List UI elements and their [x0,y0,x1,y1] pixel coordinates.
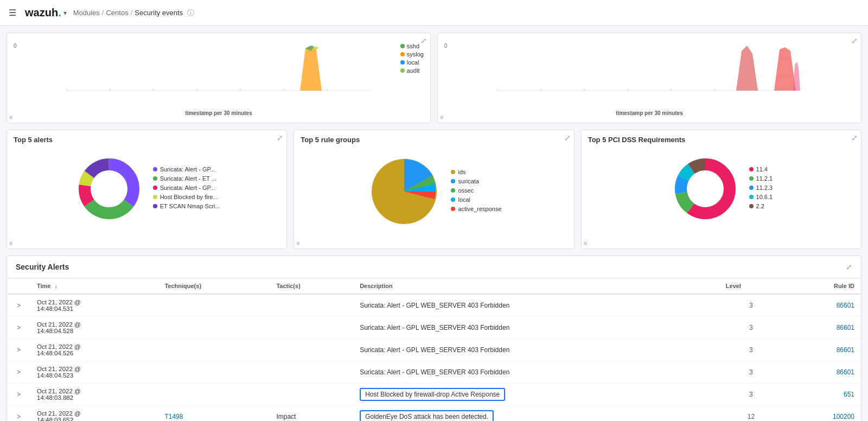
dot-0 [153,167,157,171]
table-row: >Oct 21, 2022 @14:48:04.528Suricata: Ale… [7,317,861,339]
cell-technique [158,339,270,361]
rg-dot-2 [451,188,455,193]
pci-label-3: 10.6.1 [756,194,773,200]
y-axis-label-right: 0 [444,43,448,49]
cell-rule-id[interactable]: 100200 [783,406,861,422]
cell-description: Suricata: Alert - GPL WEB_SERVER 403 For… [353,294,719,317]
breadcrumb-centos[interactable]: Centos [106,9,128,17]
cell-rule-id[interactable]: 86601 [783,361,861,384]
top5-alerts-donut [74,154,144,224]
cell-time: Oct 21, 2022 @14:48:03.882 [30,384,158,406]
row-expand-button[interactable]: > [14,323,24,333]
cell-time: Oct 21, 2022 @14:48:04.526 [30,339,158,361]
cell-description: Host Blocked by firewall-drop Active Res… [353,384,719,406]
legend-item-2: Suricata: Alert - GP... [153,184,220,191]
top5-rule-groups-content: ids suricata ossec local [301,148,567,235]
legend-item-3: Host Blocked by fire... [153,194,220,200]
chart-list-icon-alerts[interactable]: ≡ [9,240,12,246]
expand-pci-icon[interactable]: ⤢ [851,133,858,142]
pci-legend-item-1: 11.2.1 [749,175,773,182]
cell-rule-id[interactable]: 651 [783,384,861,406]
cell-technique[interactable]: T1498 [158,406,270,422]
cell-technique [158,294,270,317]
alerts-table: Time ↓ Technique(s) Tactic(s) Descriptio… [7,278,861,421]
info-icon[interactable]: ⓘ [187,8,194,18]
cell-level: 3 [719,361,783,384]
row-expand-button[interactable]: > [14,412,24,421]
breadcrumb-current: Security events [135,9,183,17]
cell-description: GoldenEye DoS attack has been detected. [353,406,719,422]
chart-list-icon-pci[interactable]: ≡ [584,240,587,246]
breadcrumb-modules[interactable]: Modules [73,9,100,17]
cell-technique [158,317,270,339]
row-expand-button[interactable]: > [14,301,24,310]
label-3: Host Blocked by fire... [160,194,218,200]
legend-item-4: ET SCAN Nmap Scri... [153,203,220,209]
pci-dot-0 [749,167,754,171]
top5-pci-title: Top 5 PCI DSS Requirements [588,136,854,144]
svg-marker-25 [763,47,796,91]
pci-legend-item-2: 11.2.3 [749,184,773,191]
legend-label-sshd: sshd [407,43,419,49]
cell-rule-id[interactable]: 86601 [783,339,861,361]
dot-3 [153,195,157,199]
chart-list-icon[interactable]: ≡ [9,114,12,120]
table-row: >Oct 21, 2022 @14:48:04.531Suricata: Ale… [7,294,861,317]
chart-list-icon-right[interactable]: ≡ [440,114,443,120]
rg-label-4: active_response [458,206,501,212]
col-techniques: Technique(s) [158,278,270,294]
expand-alerts-panel-icon[interactable]: ⤢ [846,263,852,271]
description-boxed: Host Blocked by firewall-drop Active Res… [360,388,505,401]
cell-rule-id[interactable]: 86601 [783,294,861,317]
rg-label-2: ossec [458,187,474,194]
expand-alerts-icon[interactable]: ⤢ [277,133,283,142]
table-row: >Oct 21, 2022 @14:48:04.523Suricata: Ale… [7,361,861,384]
col-time[interactable]: Time ↓ [30,278,158,294]
top-charts-row: ⤢ 0 sshd syslog local [7,33,861,123]
cell-level: 3 [719,384,783,406]
top5-pci-donut [670,154,741,224]
alerts-title: Security Alerts [16,263,69,271]
dot-2 [153,186,157,190]
label-1: Suricata: Alert - ET ... [160,175,216,182]
expand-rule-groups-icon[interactable]: ⤢ [564,133,571,142]
pci-label-2: 11.2.3 [756,184,773,191]
legend-label-syslog: syslog [407,51,424,58]
left-line-chart: ⤢ 0 sshd syslog local [7,33,431,123]
logo-chevron-icon[interactable]: ▾ [63,9,67,17]
legend-label-local: local [407,59,419,66]
chart-legend: sshd syslog local audit [400,43,424,75]
cell-tactic [270,317,353,339]
alerts-table-body: >Oct 21, 2022 @14:48:04.531Suricata: Ale… [7,294,861,421]
cell-level: 3 [719,294,783,317]
col-rule-id: Rule ID [783,278,861,294]
chart-x-label-right: timestamp per 30 minutes [444,110,854,116]
legend-item-0: Suricata: Alert - GP... [153,166,220,173]
rg-dot-0 [451,170,455,174]
svg-marker-10 [273,46,333,91]
cell-level: 3 [719,339,783,361]
pci-dot-2 [749,186,754,190]
cell-level: 3 [719,317,783,339]
breadcrumb-sep2: / [131,9,133,17]
cell-description: Suricata: Alert - GPL WEB_SERVER 403 For… [353,339,719,361]
chart-list-icon-rg[interactable]: ≡ [296,240,299,246]
cell-rule-id[interactable]: 86601 [783,317,861,339]
top5-alerts-title: Top 5 alerts [14,136,280,144]
menu-icon[interactable]: ☰ [9,8,16,18]
legend-item-1: Suricata: Alert - ET ... [153,175,220,182]
top5-pci-content: 11.4 11.2.1 11.2.3 10.6.1 [588,148,854,229]
row-expand-button[interactable]: > [14,367,24,377]
cell-tactic [270,339,353,361]
pci-legend-item-0: 11.4 [749,166,773,173]
legend-label-audit: audit [407,67,420,74]
main-content: ⤢ 0 sshd syslog local [0,26,868,421]
row-expand-button[interactable]: > [14,390,24,399]
chart-area: 0 sshd syslog local [14,43,424,108]
top5-rule-groups-title: Top 5 rule groups [301,136,567,144]
app-header: ☰ wazuh. ▾ Modules / Centos / Security e… [0,0,868,26]
description-boxed: GoldenEye DoS attack has been detected. [360,410,494,421]
pci-label-1: 11.2.1 [756,175,773,182]
row-expand-button[interactable]: > [14,345,24,355]
table-row: >Oct 21, 2022 @14:48:03.652T1498ImpactGo… [7,406,861,422]
